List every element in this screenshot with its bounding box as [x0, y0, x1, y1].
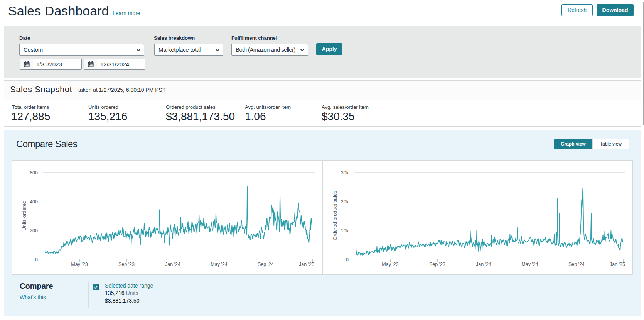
svg-text:400: 400 — [30, 199, 38, 205]
svg-text:Sep '23: Sep '23 — [429, 262, 445, 267]
svg-text:10k: 10k — [341, 228, 349, 234]
svg-text:0: 0 — [35, 257, 38, 262]
svg-text:600: 600 — [30, 170, 38, 176]
svg-text:Sep '24: Sep '24 — [568, 262, 585, 267]
svg-text:May '24: May '24 — [211, 262, 227, 267]
svg-text:Ordered product sales: Ordered product sales — [332, 191, 338, 240]
svg-text:Sep '24: Sep '24 — [258, 262, 274, 267]
svg-text:200: 200 — [30, 228, 38, 234]
svg-text:0: 0 — [346, 257, 349, 262]
svg-text:30k: 30k — [341, 170, 349, 176]
svg-text:Jan '24: Jan '24 — [165, 262, 180, 267]
svg-text:May '23: May '23 — [382, 262, 398, 267]
svg-text:Units ordered: Units ordered — [21, 200, 27, 230]
svg-text:Sep '23: Sep '23 — [118, 262, 135, 267]
svg-text:Jan '25: Jan '25 — [610, 262, 625, 267]
svg-text:May '24: May '24 — [521, 262, 538, 267]
svg-text:Jan '25: Jan '25 — [299, 262, 314, 267]
svg-text:20k: 20k — [341, 199, 349, 205]
svg-text:May '23: May '23 — [71, 262, 88, 267]
svg-text:Jan '24: Jan '24 — [476, 262, 491, 267]
